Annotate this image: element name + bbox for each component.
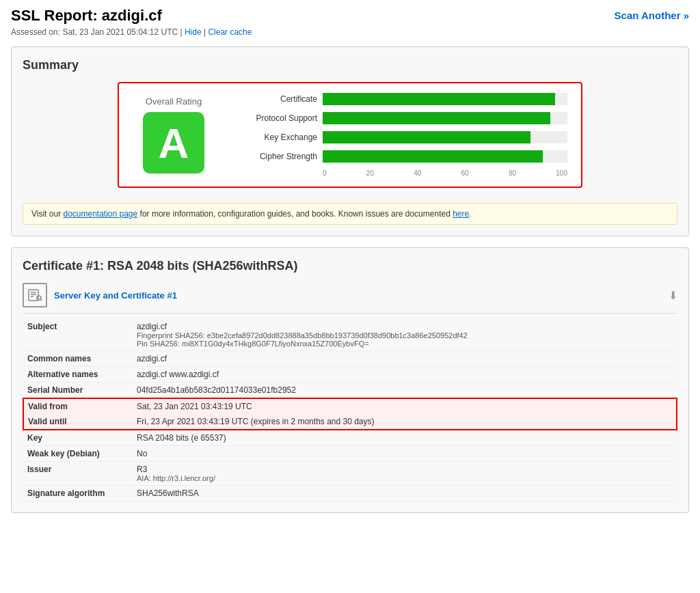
cert-title: Certificate #1: RSA 2048 bits (SHA256wit… [23,259,677,273]
server-key-row: Server Key and Certificate #1 ⬇ [23,283,677,314]
svg-point-4 [37,296,41,300]
field-key: Serial Number [23,383,133,399]
documentation-link[interactable]: documentation page [63,209,137,219]
field-value: azdigi.cf [133,351,677,367]
cert-icon [23,283,47,307]
bar-track [323,131,567,143]
scale-label: 100 [556,169,567,177]
summary-card: Summary Overall Rating A CertificateProt… [11,46,689,236]
field-value: No [133,446,677,462]
info-banner: Visit our documentation page for more in… [23,203,677,225]
download-icon[interactable]: ⬇ [669,289,677,302]
table-row: Common namesazdigi.cf [23,351,677,367]
scale-label: 20 [366,169,374,177]
field-key: Subject [23,319,133,351]
server-key-label: Server Key and Certificate #1 [54,290,662,301]
field-value: Fri, 23 Apr 2021 03:43:19 UTC (expires i… [133,414,677,430]
cert-detail-table: Subjectazdigi.cfFingerprint SHA256: e3be… [23,319,677,501]
grade-badge: A [143,112,204,174]
field-value: azdigi.cf www.azdigi.cf [133,367,677,383]
bar-row: Certificate [242,93,567,105]
bar-scale: 020406080100 [242,169,567,177]
rating-label: Overall Rating [146,96,202,107]
svg-line-5 [41,300,42,301]
table-row: Serial Number04fd25a4b1a6b583c2d01174033… [23,383,677,399]
field-key: Valid from [23,398,133,414]
scale-label: 60 [461,169,469,177]
field-sub-text: Fingerprint SHA256: e3be2cefa8972d0dd823… [137,331,673,340]
assessed-on: Assessed on: Sat, 23 Jan 2021 05:04:12 U… [11,27,252,37]
table-row: Valid fromSat, 23 Jan 2021 03:43:19 UTC [23,398,677,414]
bar-label: Cipher Strength [242,152,317,161]
field-value: RSA 2048 bits (e 65537) [133,430,677,446]
field-key: Valid until [23,414,133,430]
bar-track [323,93,567,105]
bar-track [323,150,567,163]
field-value: R3AIA: http://r3.i.lencr.org/ [133,462,677,486]
field-key: Alternative names [23,367,133,383]
rating-left: Overall Rating A [133,96,215,174]
scan-another-link[interactable]: Scan Another » [615,10,689,21]
bar-row: Cipher Strength [242,150,567,163]
field-sub-text: AIA: http://r3.i.lencr.org/ [137,474,673,482]
table-row: IssuerR3AIA: http://r3.i.lencr.org/ [23,462,677,486]
field-key: Issuer [23,462,133,486]
field-value: azdigi.cfFingerprint SHA256: e3be2cefa89… [133,319,677,351]
overall-rating-box: Overall Rating A CertificateProtocol Sup… [118,82,582,188]
bar-track [323,112,567,124]
table-row: Signature algorithmSHA256withRSA [23,486,677,501]
bar-row: Protocol Support [242,112,567,124]
table-row: Valid untilFri, 23 Apr 2021 03:43:19 UTC… [23,414,677,430]
bar-fill [323,150,543,163]
scale-label: 80 [509,169,516,177]
field-value: SHA256withRSA [133,486,677,501]
table-row: Weak key (Debian)No [23,446,677,462]
scale-label: 40 [414,169,421,177]
field-value: 04fd25a4b1a6b583c2d01174033e01fb2952 [133,383,677,399]
table-row: Subjectazdigi.cfFingerprint SHA256: e3be… [23,319,677,351]
page-title: SSL Report: azdigi.cf [11,7,252,25]
summary-title: Summary [23,58,677,72]
table-row: Alternative namesazdigi.cf www.azdigi.cf [23,367,677,383]
bar-chart: CertificateProtocol SupportKey ExchangeC… [242,93,567,163]
field-key: Key [23,430,133,446]
bar-label: Key Exchange [242,133,317,142]
known-issues-link[interactable]: here [453,209,469,219]
field-key: Weak key (Debian) [23,446,133,462]
field-key: Signature algorithm [23,486,133,501]
table-row: KeyRSA 2048 bits (e 65537) [23,430,677,446]
bar-row: Key Exchange [242,131,567,143]
bar-fill [323,93,555,105]
bar-label: Protocol Support [242,113,317,123]
field-sub-text: Pin SHA256: mi8XT1G0dy4xTHkg8G0F7LfiyoNx… [137,340,673,348]
certificate-card: Certificate #1: RSA 2048 bits (SHA256wit… [11,247,689,513]
bar-fill [323,131,530,143]
bar-fill [323,112,550,124]
field-value: Sat, 23 Jan 2021 03:43:19 UTC [133,398,677,414]
field-key: Common names [23,351,133,367]
rating-right: CertificateProtocol SupportKey ExchangeC… [242,93,567,177]
scale-label: 0 [323,169,327,177]
hide-link[interactable]: Hide [185,27,202,37]
bar-label: Certificate [242,94,317,104]
clear-cache-link[interactable]: Clear cache [208,27,252,37]
